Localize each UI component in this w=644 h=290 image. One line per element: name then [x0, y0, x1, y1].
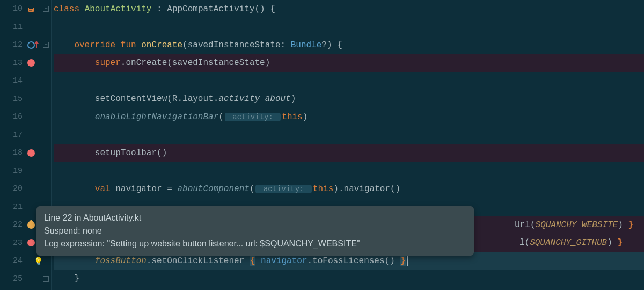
line-number: 12: [9, 40, 23, 49]
gutter-row[interactable]: 13: [0, 54, 41, 73]
line-number: 21: [9, 202, 23, 212]
class-name: AboutActivity: [85, 4, 152, 14]
line-number: 19: [9, 166, 23, 176]
fold-toggle[interactable]: −: [41, 0, 51, 18]
line-number: 18: [9, 148, 23, 157]
gutter-row[interactable]: 11: [0, 18, 41, 37]
code-line[interactable]: override fun onCreate(savedInstanceState…: [54, 36, 644, 54]
code-line[interactable]: enableLightNavigationBar( activity: this…: [54, 108, 644, 126]
line-number: 24: [9, 256, 23, 265]
gutter-row[interactable]: 23: [0, 234, 41, 252]
line-number: 17: [9, 130, 23, 140]
tooltip-log-expression: Log expression: "Setting up website butt…: [44, 237, 466, 250]
keyword: class: [54, 4, 79, 14]
line-number: 11: [9, 23, 23, 32]
log-breakpoint-icon[interactable]: [26, 220, 36, 230]
svg-rect-2: [29, 10, 32, 11]
gutter-row[interactable]: 14: [0, 72, 41, 90]
param-hint: activity:: [225, 113, 281, 121]
line-number: 14: [9, 76, 23, 85]
code-line[interactable]: super.onCreate(savedInstanceState): [54, 54, 644, 73]
line-number: 22: [9, 220, 23, 229]
line-number: 16: [9, 112, 23, 121]
function-name: onCreate: [141, 40, 182, 50]
gutter-row[interactable]: 22: [0, 216, 41, 234]
gutter-row[interactable]: 19: [0, 162, 41, 180]
line-number: 10: [9, 4, 23, 13]
fold-toggle[interactable]: −: [41, 36, 51, 54]
code-line[interactable]: }: [54, 270, 644, 288]
tooltip-location: Line 22 in AboutActivity.kt: [44, 212, 466, 224]
gutter-row[interactable]: 12: [0, 36, 41, 54]
gutter-row[interactable]: 18: [0, 144, 41, 162]
file-marker-icon: [26, 4, 36, 15]
code-line[interactable]: val navigator = aboutComponent( activity…: [54, 180, 644, 198]
code-line[interactable]: setupToolbar(): [54, 144, 644, 162]
caret: [407, 256, 408, 266]
line-number: 23: [9, 238, 23, 248]
gutter: 10 11 12 13 14 15 16 17 18 19 20 21 22: [0, 0, 41, 290]
gutter-row[interactable]: 25: [0, 270, 41, 288]
keyword: fun: [121, 40, 136, 50]
line-number: 13: [9, 59, 23, 68]
svg-rect-1: [29, 8, 33, 9]
gutter-row[interactable]: 20: [0, 180, 41, 198]
code-line[interactable]: class AboutActivity : AppCompatActivity(…: [54, 0, 644, 18]
breakpoint-icon[interactable]: [26, 148, 36, 158]
gutter-row[interactable]: 17: [0, 126, 41, 144]
gutter-row[interactable]: 21: [0, 198, 41, 216]
keyword: override: [74, 40, 115, 50]
fold-toggle[interactable]: −: [41, 270, 51, 288]
code-line[interactable]: [54, 126, 644, 144]
intention-bulb-icon[interactable]: 💡: [34, 257, 42, 265]
code-line[interactable]: [54, 18, 644, 37]
param-hint: activity:: [255, 185, 311, 193]
breakpoint-icon[interactable]: [26, 237, 36, 248]
code-line[interactable]: [54, 162, 644, 180]
line-number: 25: [9, 274, 23, 284]
gutter-row[interactable]: 16: [0, 108, 41, 126]
gutter-row[interactable]: 15: [0, 90, 41, 108]
code-line[interactable]: setContentView(R.layout.activity_about): [54, 90, 644, 108]
line-number: 15: [9, 95, 23, 104]
line-number: 20: [9, 184, 23, 193]
breakpoint-icon[interactable]: [26, 57, 36, 68]
override-icon[interactable]: [26, 40, 36, 50]
gutter-row[interactable]: 10: [0, 0, 41, 18]
tooltip-suspend: Suspend: none: [44, 224, 466, 237]
code-line[interactable]: [54, 72, 644, 90]
breakpoint-tooltip: Line 22 in AboutActivity.kt Suspend: non…: [36, 206, 474, 256]
